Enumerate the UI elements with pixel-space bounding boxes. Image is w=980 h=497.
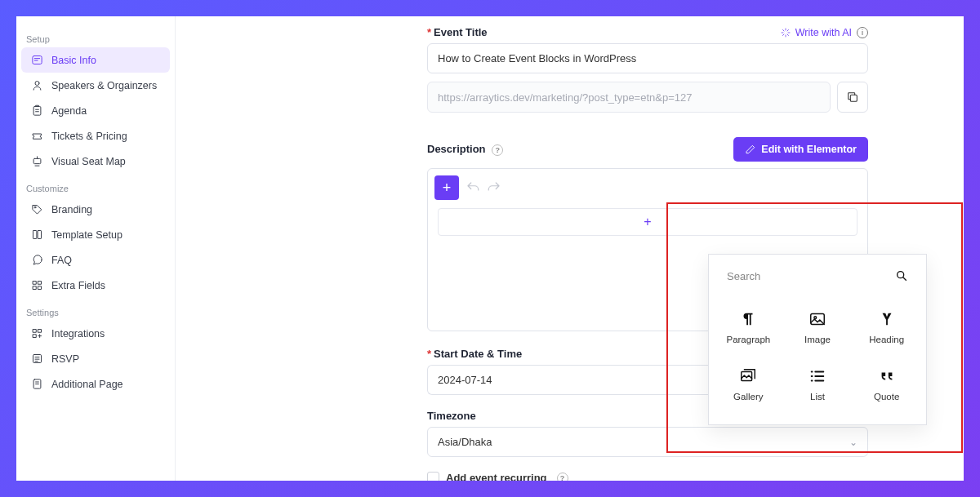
sidebar-item-speakers[interactable]: Speakers & Orgainzers — [21, 73, 170, 98]
sidebar-item-label: FAQ — [51, 255, 72, 266]
block-option-gallery[interactable]: Gallery — [714, 356, 783, 413]
block-search-input[interactable] — [727, 270, 858, 282]
list-block-icon — [808, 367, 826, 385]
recurring-row: Add event recurring ? — [427, 472, 868, 481]
sidebar-item-tickets[interactable]: Tickets & Pricing — [21, 123, 170, 149]
sidebar-item-label: Tickets & Pricing — [51, 131, 127, 142]
edit-with-elementor-button[interactable]: Edit with Elementor — [733, 137, 868, 162]
description-label: Description ? — [427, 143, 503, 156]
user-icon — [31, 79, 43, 91]
info-icon: i — [857, 27, 868, 38]
paragraph-icon — [739, 310, 757, 328]
sidebar-item-template[interactable]: Template Setup — [21, 222, 170, 247]
sidebar-item-rsvp[interactable]: RSVP — [21, 346, 170, 371]
svg-rect-0 — [33, 56, 42, 64]
svg-rect-8 — [38, 282, 42, 285]
gallery-icon — [739, 367, 757, 385]
heading-icon — [878, 310, 896, 328]
chevron-down-icon: ⌄ — [849, 437, 858, 448]
svg-rect-6 — [38, 231, 41, 239]
sidebar-item-label: Integrations — [51, 328, 105, 339]
list-icon — [31, 353, 43, 365]
sidebar-section-setup: Setup — [21, 28, 170, 47]
sidebar-item-label: Basic Info — [51, 55, 96, 66]
sidebar-item-label: Visual Seat Map — [51, 156, 126, 167]
editor-toolbar: + — [434, 175, 861, 200]
sidebar-item-label: Template Setup — [51, 229, 122, 241]
svg-rect-7 — [33, 282, 37, 285]
sidebar-section-settings: Settings — [21, 301, 170, 321]
timezone-select[interactable]: Asia/Dhaka ⌄ — [427, 427, 868, 457]
chat-icon — [31, 254, 43, 266]
sidebar-item-label: Additional Page — [51, 379, 123, 390]
main-panel: *Event Title Write with AI i Description — [176, 16, 964, 481]
image-icon — [808, 310, 826, 328]
svg-rect-2 — [33, 107, 41, 116]
block-option-quote[interactable]: Quote — [852, 356, 921, 413]
svg-point-4 — [34, 206, 36, 208]
block-option-paragraph[interactable]: Paragraph — [714, 299, 783, 356]
permalink-input[interactable] — [427, 82, 831, 113]
copy-url-button[interactable] — [837, 82, 868, 113]
svg-rect-10 — [38, 286, 42, 290]
clipboard-icon — [31, 104, 43, 117]
svg-rect-13 — [33, 335, 37, 338]
block-inserter-grid: Paragraph Image Heading Gallery List — [709, 294, 926, 424]
sidebar-item-faq[interactable]: FAQ — [21, 247, 170, 273]
empty-block-placeholder[interactable]: + — [438, 208, 858, 236]
svg-point-22 — [814, 317, 817, 319]
undo-icon[interactable] — [466, 180, 480, 195]
sidebar-item-integrations[interactable]: Integrations — [21, 321, 170, 346]
sparkle-icon — [781, 28, 791, 38]
sidebar: Setup Basic Info Speakers & Orgainzers A… — [16, 16, 176, 481]
help-icon[interactable]: ? — [492, 144, 503, 156]
info-card-icon — [31, 54, 43, 66]
recurring-checkbox[interactable] — [427, 472, 439, 481]
block-option-heading[interactable]: Heading — [852, 299, 921, 356]
sidebar-item-seatmap[interactable]: Visual Seat Map — [21, 149, 170, 174]
sidebar-item-basic-info[interactable]: Basic Info — [21, 47, 170, 73]
help-icon[interactable]: ? — [557, 473, 568, 481]
block-inserter-search-row — [709, 255, 926, 294]
sidebar-item-label: RSVP — [51, 353, 79, 365]
svg-rect-12 — [38, 330, 42, 333]
svg-rect-11 — [33, 330, 37, 333]
plus-icon: + — [644, 215, 651, 229]
tag-icon — [31, 203, 43, 215]
block-option-image[interactable]: Image — [783, 299, 853, 356]
svg-point-20 — [898, 272, 904, 278]
quote-icon — [878, 367, 896, 385]
copy-icon — [846, 91, 859, 104]
sidebar-item-additionalpage[interactable]: Additional Page — [21, 371, 170, 397]
seat-icon — [31, 155, 43, 167]
write-with-ai-button[interactable]: Write with AI i — [781, 27, 868, 38]
svg-rect-3 — [33, 158, 41, 163]
redo-icon[interactable] — [487, 180, 501, 195]
sidebar-section-customize: Customize — [21, 177, 170, 197]
add-block-button[interactable]: + — [434, 175, 459, 200]
event-title-label: *Event Title — [427, 26, 488, 38]
grid-icon — [31, 279, 43, 291]
required-marker: * — [427, 26, 431, 38]
page-icon — [31, 378, 43, 390]
recurring-label: Add event recurring — [446, 472, 547, 481]
template-icon — [31, 229, 43, 241]
sidebar-item-extrafields[interactable]: Extra Fields — [21, 273, 170, 298]
apps-icon — [31, 327, 43, 339]
start-date-input[interactable]: 2024-07-14 — [427, 365, 746, 395]
svg-rect-5 — [33, 231, 37, 239]
block-option-list[interactable]: List — [783, 356, 853, 413]
sidebar-item-label: Speakers & Orgainzers — [51, 80, 157, 91]
svg-point-1 — [35, 82, 39, 86]
svg-rect-9 — [33, 286, 37, 290]
ticket-icon — [31, 130, 43, 142]
sidebar-item-label: Agenda — [51, 105, 87, 117]
sidebar-item-agenda[interactable]: Agenda — [21, 98, 170, 123]
search-icon — [895, 269, 908, 282]
description-header: Description ? Edit with Elementor — [427, 137, 868, 162]
sidebar-item-label: Extra Fields — [51, 280, 105, 291]
event-title-row: *Event Title Write with AI i — [427, 26, 868, 38]
sidebar-item-branding[interactable]: Branding — [21, 197, 170, 222]
event-title-input[interactable] — [427, 43, 868, 73]
pencil-icon — [745, 144, 756, 155]
